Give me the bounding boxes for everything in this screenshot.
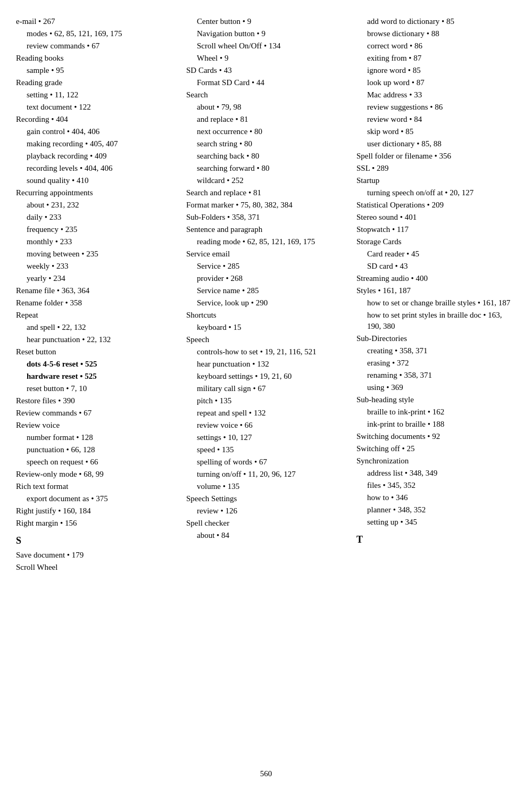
index-entry: speech on request • 66 bbox=[16, 456, 176, 468]
index-entry: and replace • 81 bbox=[186, 114, 346, 125]
index-entry: turning on/off • 11, 20, 96, 127 bbox=[186, 469, 346, 480]
index-entry: Spell folder or filename • 356 bbox=[356, 151, 516, 162]
page-footer: 560 bbox=[0, 769, 532, 778]
index-entry: searching forward • 80 bbox=[186, 163, 346, 174]
index-entry: pitch • 135 bbox=[186, 395, 346, 406]
index-entry: ignore word • 85 bbox=[356, 65, 516, 76]
index-entry: Rename file • 363, 364 bbox=[16, 285, 176, 296]
index-entry: Service, look up • 290 bbox=[186, 297, 346, 309]
index-entry: weekly • 233 bbox=[16, 261, 176, 272]
index-entry: reading mode • 62, 85, 121, 169, 175 bbox=[186, 236, 346, 247]
index-entry: Sub-Directories bbox=[356, 333, 516, 344]
index-entry: review commands • 67 bbox=[16, 40, 176, 52]
index-entry: Format marker • 75, 80, 382, 384 bbox=[186, 200, 346, 211]
index-entry: gain control • 404, 406 bbox=[16, 126, 176, 137]
index-entry: search string • 80 bbox=[186, 138, 346, 150]
index-entry: skip word • 85 bbox=[356, 126, 516, 137]
index-entry: sample • 95 bbox=[16, 65, 176, 76]
index-entry: Streaming audio • 400 bbox=[356, 273, 516, 284]
index-entry: look up word • 87 bbox=[356, 77, 516, 88]
index-entry: Speech Settings bbox=[186, 493, 346, 504]
index-entry: text document • 122 bbox=[16, 102, 176, 113]
index-entry: about • 79, 98 bbox=[186, 102, 346, 113]
index-entry: Service email bbox=[186, 248, 346, 260]
index-entry: sound quality • 410 bbox=[16, 175, 176, 186]
page-number: 560 bbox=[260, 769, 272, 778]
index-entry: wildcard • 252 bbox=[186, 175, 346, 186]
index-entry: Storage Cards bbox=[356, 236, 516, 247]
index-entry: how to set or change braille styles • 16… bbox=[356, 297, 516, 309]
index-entry: hardware reset • 525 bbox=[16, 371, 176, 382]
index-entry: keyboard • 15 bbox=[186, 322, 346, 333]
index-entry: renaming • 358, 371 bbox=[356, 370, 516, 381]
index-entry: speed • 135 bbox=[186, 444, 346, 455]
index-entry: Recording • 404 bbox=[16, 114, 176, 125]
index-entry: review voice • 66 bbox=[186, 420, 346, 431]
column-2: Center button • 9Navigation button • 9Sc… bbox=[181, 16, 351, 574]
index-entry: Stopwatch • 117 bbox=[356, 224, 516, 235]
index-entry: Reset button bbox=[16, 346, 176, 358]
index-entry: Sub-Folders • 358, 371 bbox=[186, 212, 346, 223]
index-entry: next occurrence • 80 bbox=[186, 126, 346, 137]
index-entry: recording levels • 404, 406 bbox=[16, 163, 176, 174]
index-entry: erasing • 372 bbox=[356, 358, 516, 369]
index-entry: SD Cards • 43 bbox=[186, 65, 346, 76]
index-entry: hear punctuation • 132 bbox=[186, 359, 346, 370]
index-entry: frequency • 235 bbox=[16, 224, 176, 235]
index-entry: searching back • 80 bbox=[186, 151, 346, 162]
index-entry: Review commands • 67 bbox=[16, 408, 176, 419]
index-entry: correct word • 86 bbox=[356, 40, 516, 52]
index-entry: Right justify • 160, 184 bbox=[16, 505, 176, 517]
index-entry: Format SD Card • 44 bbox=[186, 77, 346, 88]
index-entry: setting • 11, 122 bbox=[16, 89, 176, 101]
index-entry: dots 4-5-6 reset • 525 bbox=[16, 359, 176, 370]
index-entry: exiting from • 87 bbox=[356, 53, 516, 64]
index-entry: Statistical Operations • 209 bbox=[356, 200, 516, 211]
index-entry: Mac address • 33 bbox=[356, 89, 516, 101]
index-entry: creating • 358, 371 bbox=[356, 345, 516, 356]
index-entry: ink-print to braille • 188 bbox=[356, 419, 516, 430]
index-entry: Styles • 161, 187 bbox=[356, 285, 516, 296]
index-entry: review suggestions • 86 bbox=[356, 102, 516, 113]
index-entry: military call sign • 67 bbox=[186, 383, 346, 394]
page-container: e-mail • 267modes • 62, 85, 121, 169, 17… bbox=[0, 0, 532, 789]
index-entry: how to set print styles in braille doc •… bbox=[356, 310, 516, 332]
index-entry: Recurring appointments bbox=[16, 187, 176, 198]
index-entry: Startup bbox=[356, 175, 516, 186]
index-entry: setting up • 345 bbox=[356, 517, 516, 528]
index-entry: Sentence and paragraph bbox=[186, 224, 346, 235]
index-entry: Shortcuts bbox=[186, 310, 346, 321]
index-entry: turning speech on/off at • 20, 127 bbox=[356, 187, 516, 198]
index-entry: S bbox=[16, 534, 176, 547]
index-entry: Service • 285 bbox=[186, 261, 346, 272]
index-entry: about • 231, 232 bbox=[16, 200, 176, 211]
column-3: add word to dictionary • 85browse dictio… bbox=[351, 16, 516, 574]
index-entry: e-mail • 267 bbox=[16, 16, 176, 27]
index-entry: review • 126 bbox=[186, 505, 346, 517]
index-entry: Review voice bbox=[16, 420, 176, 431]
index-entry: punctuation • 66, 128 bbox=[16, 444, 176, 455]
index-entry: SSL • 289 bbox=[356, 163, 516, 174]
index-entry: export document as • 375 bbox=[16, 493, 176, 504]
index-entry: browse dictionary • 88 bbox=[356, 28, 516, 39]
index-entry: Speech bbox=[186, 334, 346, 345]
index-entry: Restore files • 390 bbox=[16, 395, 176, 406]
index-entry: settings • 10, 127 bbox=[186, 432, 346, 443]
index-entry: Sub-heading style bbox=[356, 394, 516, 405]
index-entry: controls-how to set • 19, 21, 116, 521 bbox=[186, 346, 346, 358]
index-entry: braille to ink-print • 162 bbox=[356, 406, 516, 418]
index-entry: volume • 135 bbox=[186, 481, 346, 492]
index-entry: spelling of words • 67 bbox=[186, 456, 346, 468]
index-entry: moving between • 235 bbox=[16, 248, 176, 260]
index-entry: Spell checker bbox=[186, 518, 346, 529]
index-entry: daily • 233 bbox=[16, 212, 176, 223]
index-entry: planner • 348, 352 bbox=[356, 504, 516, 516]
index-entry: address list • 348, 349 bbox=[356, 468, 516, 479]
index-entry: T bbox=[356, 533, 516, 546]
index-entry: keyboard settings • 19, 21, 60 bbox=[186, 371, 346, 382]
index-entry: playback recording • 409 bbox=[16, 151, 176, 162]
index-entry: Reading books bbox=[16, 53, 176, 64]
index-entry: how to • 346 bbox=[356, 492, 516, 503]
index-entry: hear punctuation • 22, 132 bbox=[16, 334, 176, 345]
index-entry: repeat and spell • 132 bbox=[186, 408, 346, 419]
